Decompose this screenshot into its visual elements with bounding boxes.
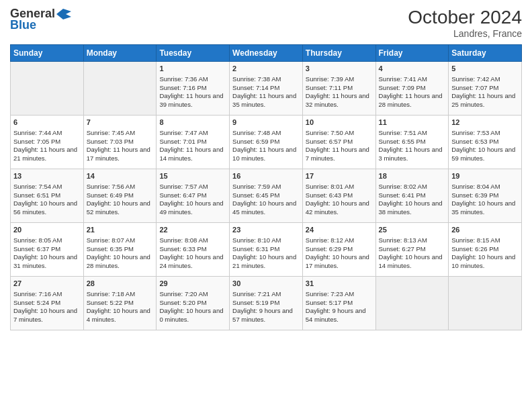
table-row: 30Sunrise: 7:21 AMSunset: 5:19 PMDayligh… [230,277,303,330]
table-row: 1Sunrise: 7:36 AMSunset: 7:16 PMDaylight… [157,62,230,116]
table-row: 22Sunrise: 8:08 AMSunset: 6:33 PMDayligh… [157,223,230,277]
table-row: 23Sunrise: 8:10 AMSunset: 6:31 PMDayligh… [230,223,303,277]
table-row: 28Sunrise: 7:18 AMSunset: 5:22 PMDayligh… [83,277,157,330]
table-row: 3Sunrise: 7:39 AMSunset: 7:11 PMDaylight… [302,62,375,116]
svg-marker-0 [56,9,71,19]
table-row: 7Sunrise: 7:45 AMSunset: 7:03 PMDaylight… [83,116,157,169]
table-row: 18Sunrise: 8:02 AMSunset: 6:41 PMDayligh… [375,169,449,223]
col-saturday: Saturday [449,45,522,62]
month-title: October 2024 [408,7,522,28]
table-row: 10Sunrise: 7:50 AMSunset: 6:57 PMDayligh… [302,116,375,169]
table-row: 8Sunrise: 7:47 AMSunset: 7:01 PMDaylight… [157,116,230,169]
table-row: 20Sunrise: 8:05 AMSunset: 6:37 PMDayligh… [11,223,84,277]
table-row: 25Sunrise: 8:13 AMSunset: 6:27 PMDayligh… [375,223,449,277]
table-row: 6Sunrise: 7:44 AMSunset: 7:05 PMDaylight… [11,116,84,169]
table-row: 26Sunrise: 8:15 AMSunset: 6:26 PMDayligh… [449,223,522,277]
table-row: 24Sunrise: 8:12 AMSunset: 6:29 PMDayligh… [302,223,375,277]
table-row [11,62,84,116]
col-wednesday: Wednesday [230,45,303,62]
table-row [449,277,522,330]
table-row: 12Sunrise: 7:53 AMSunset: 6:53 PMDayligh… [449,116,522,169]
page-header: General Blue October 2024 Landres, Franc… [10,7,522,39]
table-row: 29Sunrise: 7:20 AMSunset: 5:20 PMDayligh… [157,277,230,330]
calendar-table: Sunday Monday Tuesday Wednesday Thursday… [10,44,522,330]
table-row: 21Sunrise: 8:07 AMSunset: 6:35 PMDayligh… [83,223,157,277]
table-row: 5Sunrise: 7:42 AMSunset: 7:07 PMDaylight… [449,62,522,116]
col-monday: Monday [83,45,157,62]
col-thursday: Thursday [302,45,375,62]
logo-blue: Blue [10,18,36,32]
table-row: 27Sunrise: 7:16 AMSunset: 5:24 PMDayligh… [11,277,84,330]
table-row: 13Sunrise: 7:54 AMSunset: 6:51 PMDayligh… [11,169,84,223]
table-row: 9Sunrise: 7:48 AMSunset: 6:59 PMDaylight… [230,116,303,169]
calendar-header-row: Sunday Monday Tuesday Wednesday Thursday… [11,45,522,62]
col-friday: Friday [375,45,449,62]
table-row: 15Sunrise: 7:57 AMSunset: 6:47 PMDayligh… [157,169,230,223]
table-row: 11Sunrise: 7:51 AMSunset: 6:55 PMDayligh… [375,116,449,169]
logo-bird-icon [56,9,71,19]
table-row: 14Sunrise: 7:56 AMSunset: 6:49 PMDayligh… [83,169,157,223]
table-row: 2Sunrise: 7:38 AMSunset: 7:14 PMDaylight… [230,62,303,116]
table-row: 19Sunrise: 8:04 AMSunset: 6:39 PMDayligh… [449,169,522,223]
table-row: 17Sunrise: 8:01 AMSunset: 6:43 PMDayligh… [302,169,375,223]
col-sunday: Sunday [11,45,84,62]
table-row [83,62,157,116]
col-tuesday: Tuesday [157,45,230,62]
title-area: October 2024 Landres, France [408,7,522,39]
table-row: 4Sunrise: 7:41 AMSunset: 7:09 PMDaylight… [375,62,449,116]
table-row [375,277,449,330]
table-row: 16Sunrise: 7:59 AMSunset: 6:45 PMDayligh… [230,169,303,223]
location: Landres, France [408,28,522,39]
table-row: 31Sunrise: 7:23 AMSunset: 5:17 PMDayligh… [302,277,375,330]
logo: General Blue [10,7,71,32]
